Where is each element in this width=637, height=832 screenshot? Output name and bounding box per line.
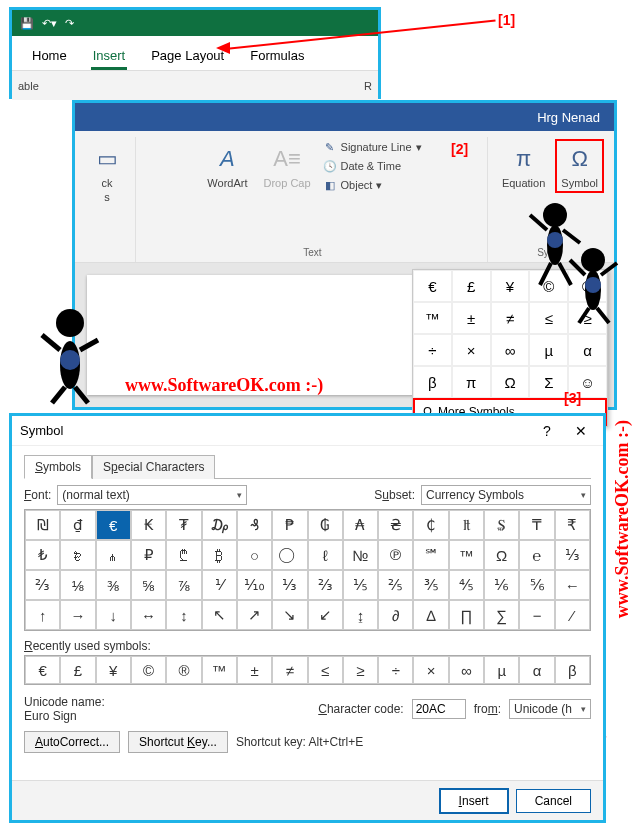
recent-cell[interactable]: ¥ <box>96 656 131 684</box>
recent-cell[interactable]: ® <box>166 656 201 684</box>
redo-icon[interactable]: ↷ <box>65 17 74 30</box>
char-cell[interactable]: ↔ <box>131 600 166 630</box>
recent-cell[interactable]: © <box>131 656 166 684</box>
subset-select[interactable]: Currency Symbols <box>421 485 591 505</box>
autocorrect-button[interactable]: AutoCorrect... <box>24 731 120 753</box>
recent-cell[interactable]: € <box>25 656 60 684</box>
char-cell[interactable]: ₵ <box>413 510 448 540</box>
recent-cell[interactable]: β <box>555 656 590 684</box>
char-cell[interactable]: ₽ <box>131 540 166 570</box>
gallery-symbol[interactable]: ± <box>452 302 491 334</box>
char-cell[interactable]: ™ <box>449 540 484 570</box>
symbol-button[interactable]: Ω Symbol <box>555 139 604 193</box>
char-cell[interactable]: ₭ <box>131 510 166 540</box>
char-cell[interactable]: € <box>96 510 131 540</box>
char-cell[interactable]: ₪ <box>25 510 60 540</box>
char-cell[interactable]: ↓ <box>96 600 131 630</box>
char-cell[interactable]: ↨ <box>343 600 378 630</box>
char-cell[interactable]: ₶ <box>449 510 484 540</box>
char-cell[interactable]: ℮ <box>519 540 554 570</box>
char-cell[interactable]: ∂ <box>378 600 413 630</box>
char-cell[interactable]: ∑ <box>484 600 519 630</box>
char-cell[interactable]: ⅙ <box>484 570 519 600</box>
char-cell[interactable]: ↑ <box>25 600 60 630</box>
char-cell[interactable]: ₳ <box>343 510 378 540</box>
char-cell[interactable]: ∏ <box>449 600 484 630</box>
char-cell[interactable]: ↕ <box>166 600 201 630</box>
recent-cell[interactable]: ≠ <box>272 656 307 684</box>
recent-cell[interactable]: ± <box>237 656 272 684</box>
char-cell[interactable]: ↘ <box>272 600 307 630</box>
char-cell[interactable]: ↗ <box>237 600 272 630</box>
charcode-input[interactable] <box>412 699 466 719</box>
gallery-symbol[interactable]: £ <box>452 270 491 302</box>
char-cell[interactable]: ₿ <box>202 540 237 570</box>
gallery-symbol[interactable]: ™ <box>413 302 452 334</box>
shortcut-key-button[interactable]: Shortcut Key... <box>128 731 228 753</box>
tab-home[interactable]: Home <box>30 44 69 70</box>
truncated-button-1[interactable]: ▭ ck s <box>85 139 129 207</box>
recent-cell[interactable]: ∞ <box>449 656 484 684</box>
char-cell[interactable]: ₷ <box>484 510 519 540</box>
gallery-symbol[interactable]: Σ <box>529 366 568 398</box>
char-cell[interactable]: ₼ <box>96 540 131 570</box>
char-cell[interactable]: ₺ <box>25 540 60 570</box>
recent-cell[interactable]: α <box>519 656 554 684</box>
gallery-symbol[interactable]: µ <box>529 334 568 366</box>
insert-button[interactable]: Insert <box>440 789 508 813</box>
gallery-symbol[interactable]: ≠ <box>491 302 530 334</box>
undo-icon[interactable]: ↶▾ <box>42 17 57 30</box>
char-cell[interactable]: ⅕ <box>343 570 378 600</box>
date-time-button[interactable]: 🕓Date & Time <box>321 158 424 174</box>
recent-cell[interactable]: × <box>413 656 448 684</box>
char-cell[interactable]: ⅝ <box>131 570 166 600</box>
char-cell[interactable]: ₲ <box>308 510 343 540</box>
char-cell[interactable]: ℗ <box>378 540 413 570</box>
help-button[interactable]: ? <box>533 420 561 442</box>
recent-cell[interactable]: ™ <box>202 656 237 684</box>
gallery-symbol[interactable]: × <box>452 334 491 366</box>
gallery-symbol[interactable]: α <box>568 334 607 366</box>
char-cell[interactable]: ₸ <box>519 510 554 540</box>
dropcap-button[interactable]: A≡ Drop Cap <box>257 139 316 193</box>
signature-line-button[interactable]: ✎Signature Line ▾ <box>321 139 424 155</box>
char-cell[interactable]: ↖ <box>202 600 237 630</box>
char-cell[interactable]: ↙ <box>308 600 343 630</box>
char-cell[interactable]: → <box>60 600 95 630</box>
char-cell[interactable]: ₫ <box>60 510 95 540</box>
char-cell[interactable]: ⅗ <box>413 570 448 600</box>
gallery-symbol[interactable]: ∞ <box>491 334 530 366</box>
recent-cell[interactable]: ÷ <box>378 656 413 684</box>
cancel-button[interactable]: Cancel <box>516 789 591 813</box>
object-button[interactable]: ◧Object ▾ <box>321 177 424 193</box>
gallery-symbol[interactable]: ¥ <box>491 270 530 302</box>
char-cell[interactable]: ⅓ <box>272 570 307 600</box>
wordart-button[interactable]: A WordArt <box>201 139 253 193</box>
recent-cell[interactable]: ≥ <box>343 656 378 684</box>
char-cell[interactable]: ⅛ <box>60 570 95 600</box>
char-cell[interactable]: ₱ <box>272 510 307 540</box>
char-cell[interactable]: ℠ <box>413 540 448 570</box>
char-cell[interactable]: № <box>343 540 378 570</box>
font-select[interactable]: (normal text) <box>57 485 247 505</box>
char-cell[interactable]: ⅚ <box>519 570 554 600</box>
gallery-symbol[interactable]: β <box>413 366 452 398</box>
char-cell[interactable]: ₾ <box>166 540 201 570</box>
char-cell[interactable]: ⅘ <box>449 570 484 600</box>
char-cell[interactable]: ⅒ <box>237 570 272 600</box>
save-icon[interactable]: 💾 <box>20 17 34 30</box>
gallery-symbol[interactable]: € <box>413 270 452 302</box>
char-cell[interactable]: ₰ <box>237 510 272 540</box>
char-cell[interactable]: ₴ <box>378 510 413 540</box>
char-cell[interactable]: ○ <box>237 540 272 570</box>
char-cell[interactable]: ⅜ <box>96 570 131 600</box>
char-cell[interactable]: ₮ <box>166 510 201 540</box>
char-cell[interactable]: ∕ <box>555 600 590 630</box>
equation-button[interactable]: π Equation <box>496 139 551 193</box>
recent-cell[interactable]: £ <box>60 656 95 684</box>
char-cell[interactable]: − <box>519 600 554 630</box>
char-cell[interactable]: ₹ <box>555 510 590 540</box>
char-cell[interactable]: ∆ <box>413 600 448 630</box>
tab-formulas[interactable]: Formulas <box>248 44 306 70</box>
recent-cell[interactable]: ≤ <box>308 656 343 684</box>
